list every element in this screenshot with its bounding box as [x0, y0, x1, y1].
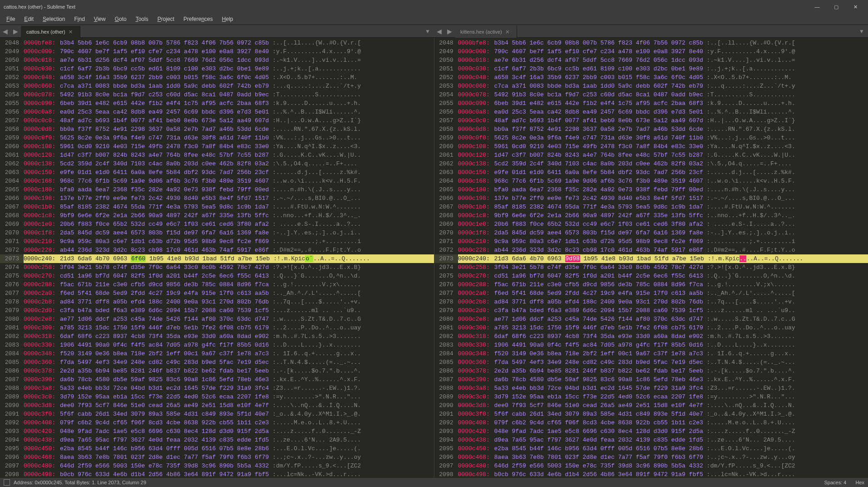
- hex-row[interactable]: 20790000c2d0: c3fa b47a bded f6a3 e389 6…: [0, 306, 434, 315]
- tab-prev-right[interactable]: ◀: [434, 28, 444, 35]
- hex-row[interactable]: 20640000c168: 968c 77c6 6f1b 5c69 1a9e 9…: [0, 177, 434, 185]
- hex-row[interactable]: 20580000c0d8: bb0a f37f 8752 4e91 2298 3…: [434, 125, 868, 134]
- hex-row[interactable]: 20490000c000: 790c 4607 be7f 1af5 ef10 c…: [434, 47, 868, 56]
- tab-cattos[interactable]: cattos.hex (other) ×: [21, 26, 80, 38]
- tabs-dropdown-right[interactable]: ▼: [855, 28, 868, 35]
- menu-tools[interactable]: Tools: [131, 14, 153, 24]
- tab-next-left[interactable]: ▶: [10, 28, 21, 35]
- hex-row[interactable]: 20490000c000: 790c 4607 be7f 1af5 ef10 c…: [0, 47, 434, 56]
- hex-row[interactable]: 20510000c030: c1cf 6af7 2b3b 6bc9 cc5b e…: [434, 65, 868, 73]
- hex-row[interactable]: 20820000c318: 6daf 68f6 c223 8937 4cb8 7…: [0, 332, 434, 341]
- tabs-dropdown-left[interactable]: ▼: [421, 28, 434, 35]
- hex-row[interactable]: 20610000c120: 1d47 c3f7 b007 824b 8243 a…: [434, 151, 868, 159]
- hex-row[interactable]: 20650000c180: bfa0 aada 6ea7 2368 f35c 2…: [434, 185, 868, 194]
- hex-row[interactable]: 20960000c468: 8aea 3b63 7e8b 7801 023f 2…: [0, 453, 434, 462]
- hex-row[interactable]: 20700000c1f8: 2da5 845d dc59 aee4 6573 8…: [0, 229, 434, 237]
- sidebar-toggle-icon[interactable]: [4, 479, 10, 486]
- hex-row[interactable]: 20570000c0c0: 48af ad7c b693 1b4f 0077 a…: [0, 116, 434, 125]
- tab-close-icon[interactable]: ×: [506, 28, 509, 35]
- hex-row[interactable]: 20780000c2b8: ad84 3771 dff8 a05b efd4 1…: [0, 298, 434, 306]
- hex-row[interactable]: 20500000c018: ae7e 6b31 d256 dcf4 af07 5…: [434, 56, 868, 65]
- hex-row[interactable]: 20950000c450: e2ba 8545 b44f 146c b956 6…: [0, 444, 434, 453]
- hex-row[interactable]: 20620000c138: 5cd2 359d 2c4f 340d 7103 c…: [0, 159, 434, 168]
- hex-row[interactable]: 20520000c048: a658 3c4f 16a3 35b9 6237 2…: [434, 73, 868, 82]
- hex-row[interactable]: 20980000c498: b0cb 976c 633d 4e6b d1b4 2…: [434, 470, 868, 478]
- hex-row[interactable]: 20930000c420: 048e 9fad 7adc 1ae5 e5c8 6…: [434, 427, 868, 436]
- tab-prev-left[interactable]: ◀: [0, 28, 10, 35]
- hex-row[interactable]: 20530000c060: c7ca a371 0083 bbde bd3a 1…: [0, 82, 434, 90]
- status-syntax[interactable]: Hex: [855, 480, 864, 485]
- hex-row[interactable]: 20980000c498: b0cb 976c 633d 4e6b d1b4 2…: [0, 470, 434, 478]
- hex-row[interactable]: 20890000c3c0: 3d79 152e 95aa eb1a 15cc f…: [434, 393, 868, 401]
- menu-view[interactable]: View: [89, 14, 110, 24]
- hex-row[interactable]: 20760000c288: f5ac 671b 211e c3e0 cfb5 d…: [434, 280, 868, 289]
- hex-row[interactable]: 20690000c1e0: 20b6 f883 f0ce 65b2 532d c…: [434, 220, 868, 229]
- hex-row[interactable]: 20950000c450: e2ba 8545 b44f 146c b956 6…: [434, 444, 868, 453]
- menu-project[interactable]: Project: [153, 14, 179, 24]
- hex-row[interactable]: 20710000c210: 9c9a 959c 80a3 c6e7 1db1 c…: [0, 237, 434, 246]
- tab-close-icon[interactable]: ×: [69, 28, 73, 35]
- hex-row[interactable]: 20790000c2d0: c3fa b47a bded f6a3 e389 6…: [434, 306, 868, 315]
- hex-row[interactable]: 20570000c0c0: 48af ad7c b693 1b4f 0077 a…: [434, 116, 868, 125]
- hex-row[interactable]: 20780000c2b8: ad84 3771 dff8 a05b efd4 1…: [434, 298, 868, 306]
- hex-row[interactable]: 20560000c0a8: ea0d 25c3 5eaa ca42 8db8 e…: [434, 108, 868, 116]
- hex-row[interactable]: 20660000c198: 137e b77e 2ff0 ee9e fe73 2…: [0, 194, 434, 203]
- hex-row[interactable]: 20560000c0a8: ea0d 25c3 5eaa ca42 8db8 e…: [0, 108, 434, 116]
- hex-row[interactable]: 20510000c030: c1cf 6af7 2b3b 6bc9 cc5b e…: [0, 65, 434, 73]
- hex-row[interactable]: 20970000c480: 646d 2f59 e566 5003 150e e…: [0, 462, 434, 470]
- hex-row[interactable]: 20810000c300: a785 3213 15dc 1750 15f9 4…: [0, 323, 434, 332]
- hex-row-highlighted[interactable]: 20730000c240: 21d3 6da6 4b70 6963 6f60 1…: [0, 254, 434, 263]
- hex-row[interactable]: 20480000bfe8: b3b4 5bb6 1e6c 6cb9 08b8 0…: [0, 39, 434, 47]
- hex-row[interactable]: 20550000c090: 6beb 39d1 e482 e615 442e f…: [0, 99, 434, 108]
- menu-find[interactable]: Find: [69, 14, 89, 24]
- hex-row[interactable]: 20870000c390: da6b 78cb 4580 db5e 59af 9…: [0, 375, 434, 384]
- hex-row[interactable]: 20700000c1f8: 2da5 845d dc59 aee4 6573 8…: [434, 229, 868, 237]
- hex-row[interactable]: 20720000c228: ab44 236d 323d 3d2c 8c23 c…: [0, 246, 434, 254]
- hex-row[interactable]: 20580000c0d8: bb0a f37f 8752 4e91 2298 3…: [0, 125, 434, 134]
- status-spaces[interactable]: Spaces: 4: [824, 480, 847, 485]
- hex-row[interactable]: 20520000c048: a658 3c4f 16a3 35b9 6237 2…: [0, 73, 434, 82]
- hex-row[interactable]: 20670000c1b0: 85af 8185 2382 4674 55da 7…: [434, 203, 868, 211]
- hex-row[interactable]: 20620000c138: 5cd2 359d 2c4f 340d 7103 c…: [434, 159, 868, 168]
- tab-next-right[interactable]: ▶: [444, 28, 455, 35]
- hex-row[interactable]: 20800000c2e8: ae77 1d06 ddcf a253 c45a 7…: [0, 315, 434, 323]
- hex-row[interactable]: 20640000c168: 968c 77c6 6f1b 5c69 1a9e 9…: [434, 177, 868, 185]
- hex-row[interactable]: 20500000c018: ae7e 6b31 d256 dcf4 af07 5…: [0, 56, 434, 65]
- hex-row[interactable]: 20800000c2e8: ae77 1d06 ddcf a253 c45a 7…: [434, 315, 868, 323]
- close-button[interactable]: ✕: [846, 0, 864, 13]
- tab-kittens[interactable]: kittens.hex (active) ×: [455, 26, 517, 38]
- hex-row[interactable]: 20920000c408: 079f c6b2 9c4d cf65 f06f 8…: [434, 418, 868, 427]
- hex-row[interactable]: 20590000c0f0: 5625 8c2e 0e3a 9f6a f4e9 c…: [434, 134, 868, 142]
- hex-row[interactable]: 20630000c150: e9fe 01d1 e1d0 6411 6a0a 8…: [0, 168, 434, 177]
- hex-row[interactable]: 20850000c360: f7da 5497 4ef3 34e9 248e c…: [0, 358, 434, 367]
- menu-preferences[interactable]: Preferences: [179, 14, 217, 24]
- hex-row[interactable]: 20890000c3c0: 3d79 152e 95aa eb1a 15cc f…: [0, 393, 434, 401]
- hex-row[interactable]: 20820000c318: 6daf 68f6 c223 8937 4cb8 7…: [434, 332, 868, 341]
- pane-left[interactable]: 20480000bfe8: b3b4 5bb6 1e6c 6cb9 08b8 0…: [0, 38, 434, 478]
- menu-selection[interactable]: Selection: [38, 14, 69, 24]
- hex-row[interactable]: 20880000c3a8: 5a33 e4eb bb3d 72ce 04bd b…: [434, 384, 868, 393]
- hex-row[interactable]: 20920000c408: 079f c6b2 9c4d cf65 f06f 8…: [0, 418, 434, 427]
- hex-row[interactable]: 20690000c1e0: 20b6 f883 f0ce 65b2 532d c…: [0, 220, 434, 229]
- hex-row[interactable]: 20860000c378: 2e2d a35b 6b94 be85 8281 2…: [0, 367, 434, 375]
- hex-row[interactable]: 20720000c228: ab44 236d 323d 3d2c 8c23 c…: [434, 246, 868, 254]
- hex-row[interactable]: 20660000c198: 137e b77e 2ff0 ee9e fe73 2…: [434, 194, 868, 203]
- menu-file[interactable]: File: [2, 14, 20, 24]
- hex-row[interactable]: 20880000c3a8: 5a33 e4eb bb3d 72ce 04bd b…: [0, 384, 434, 393]
- hex-row[interactable]: 20810000c300: a785 3213 15dc 1750 15f9 4…: [434, 323, 868, 332]
- hex-row[interactable]: 20970000c480: 646d 2f59 e566 5003 150e e…: [434, 462, 868, 470]
- hex-row[interactable]: 20940000c438: d9ea 7a65 95ac f797 3627 4…: [0, 436, 434, 444]
- hex-row[interactable]: 20830000c330: 1906 4491 90a0 0f4c f4f5 a…: [434, 341, 868, 349]
- hex-row[interactable]: 20710000c210: 9c9a 959c 80a3 c6e7 1db1 c…: [434, 237, 868, 246]
- hex-row[interactable]: 20480000bfe8: b3b4 5bb6 1e6c 6cb9 08b8 0…: [434, 39, 868, 47]
- hex-row[interactable]: 20830000c330: 1906 4491 90a0 0f4c f4f5 a…: [0, 341, 434, 349]
- hex-row[interactable]: 20540000c078: 5492 91b3 8c0e bc1a f9d7 c…: [434, 90, 868, 99]
- hex-row[interactable]: 20750000c270: cd51 1a96 bf7d 6047 82f5 1…: [434, 272, 868, 280]
- hex-row[interactable]: 20840000c348: f520 3149 0e36 b8ea 718e 2…: [0, 349, 434, 358]
- hex-row[interactable]: 20930000c420: 048e 9fad 7adc 1ae5 e5c8 6…: [0, 427, 434, 436]
- hex-row[interactable]: 20940000c438: d9ea 7a65 95ac f797 3627 4…: [434, 436, 868, 444]
- hex-row[interactable]: 20900000c3d8: dee0 7f93 5cf7 846e 51e0 c…: [434, 401, 868, 410]
- hex-row[interactable]: 20760000c288: f5ac 671b 211e c3e0 cfb5 d…: [0, 280, 434, 289]
- hex-row[interactable]: 20900000c3d8: dee0 7f93 5cf7 846e 51e0 c…: [0, 401, 434, 410]
- maximize-button[interactable]: ▢: [827, 0, 845, 13]
